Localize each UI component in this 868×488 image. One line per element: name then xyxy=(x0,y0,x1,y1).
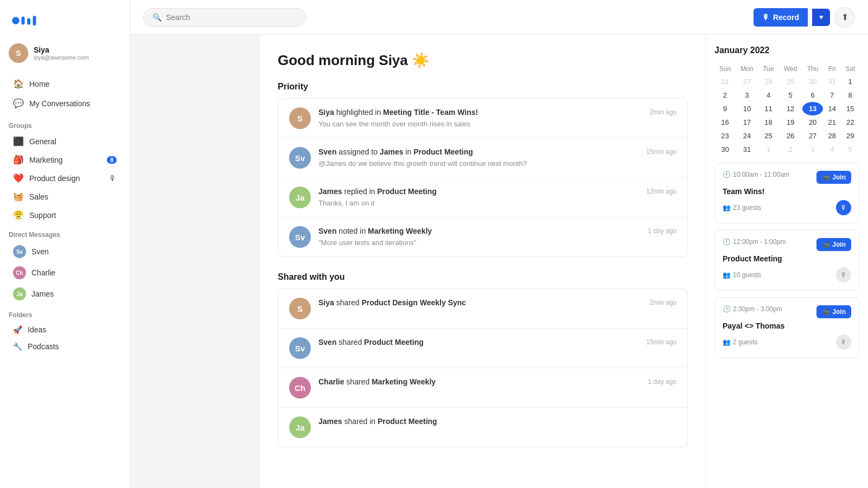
activity-text: Siya highlighted in Meeting Title - Team… xyxy=(318,107,638,118)
shared-item-2[interactable]: Sv Sven shared Product Meeting 15min ago xyxy=(278,329,687,368)
cal-day[interactable]: 8 xyxy=(841,88,859,102)
shared-item-3[interactable]: Ch Charlie shared Marketing Weekly 1 day… xyxy=(278,368,687,408)
calendar: Sun Mon Tue Wed Thu Fri Sat 31 27 28 29 … xyxy=(714,63,859,156)
event-title: Product Meeting xyxy=(723,254,851,263)
cal-header-tue: Tue xyxy=(758,63,778,75)
priority-item-3[interactable]: Ja James replied in Product Meeting Than… xyxy=(278,178,687,217)
sidebar-item-product-design[interactable]: ❤️ Product design 🎙 xyxy=(4,169,125,187)
record-dropdown-button[interactable]: ▼ xyxy=(812,9,830,26)
clock-icon: 🕛 xyxy=(723,238,731,246)
svg-rect-2 xyxy=(27,18,30,25)
activity-text: James replied in Product Meeting xyxy=(318,187,634,197)
record-button[interactable]: 🎙 Record xyxy=(754,8,808,27)
cal-day[interactable]: 2 xyxy=(714,88,736,102)
cal-day[interactable]: 28 xyxy=(758,75,778,88)
join-button-1[interactable]: 📹 Join xyxy=(816,171,851,184)
cal-day[interactable]: 30 xyxy=(802,75,823,88)
cal-day[interactable]: 21 xyxy=(823,115,841,129)
join-button-2[interactable]: 📹 Join xyxy=(816,238,851,251)
cal-day[interactable]: 30 xyxy=(714,143,736,156)
dm-avatar-charlie: Ch xyxy=(13,266,26,279)
cal-day[interactable]: 4 xyxy=(758,88,778,102)
search-input[interactable] xyxy=(166,13,297,22)
priority-item-2[interactable]: Sv Sven assigned to James in Product Mee… xyxy=(278,138,687,178)
cal-day[interactable]: 18 xyxy=(758,115,778,129)
cal-day[interactable]: 28 xyxy=(823,129,841,143)
dm-name: James xyxy=(31,290,54,298)
user-profile[interactable]: S Siya siya@awesome.com xyxy=(0,39,130,72)
cal-day[interactable]: 16 xyxy=(714,115,736,129)
cal-day[interactable]: 1 xyxy=(758,143,778,156)
cal-day[interactable]: 12 xyxy=(778,102,802,115)
cal-day[interactable]: 10 xyxy=(736,102,758,115)
dm-item-james[interactable]: Ja James xyxy=(4,284,125,304)
cal-day[interactable]: 27 xyxy=(802,129,823,143)
cal-day[interactable]: 20 xyxy=(802,115,823,129)
cal-day[interactable]: 5 xyxy=(778,88,802,102)
cal-day[interactable]: 29 xyxy=(778,75,802,88)
activity-text: Sven assigned to James in Product Meetin… xyxy=(318,147,634,158)
mic-button-1[interactable]: 🎙 xyxy=(836,200,851,215)
upload-button[interactable]: ⬆ xyxy=(834,7,855,28)
cal-day[interactable]: 3 xyxy=(802,143,823,156)
sidebar-item-my-conversations[interactable]: 💬 My Conversations xyxy=(4,94,125,113)
priority-card-list: S Siya highlighted in Meeting Title - Te… xyxy=(278,98,688,257)
cal-day[interactable]: 24 xyxy=(736,129,758,143)
cal-day[interactable]: 29 xyxy=(841,129,859,143)
sidebar-item-general[interactable]: ⬛ General xyxy=(4,132,125,150)
cal-day[interactable]: 9 xyxy=(714,102,736,115)
cal-day[interactable]: 19 xyxy=(778,115,802,129)
activity-time: 15min ago xyxy=(646,337,676,346)
cal-day[interactable]: 4 xyxy=(823,143,841,156)
cal-day[interactable]: 22 xyxy=(841,115,859,129)
mic-button-3[interactable]: 🎙 xyxy=(836,335,851,350)
cal-day[interactable]: 11 xyxy=(758,102,778,115)
dm-section: Direct Messages Sv Sven Ch Charlie Ja Ja… xyxy=(0,224,130,305)
cal-day[interactable]: 2 xyxy=(778,143,802,156)
folder-item-podcasts[interactable]: 🔧 Podcasts xyxy=(4,338,125,355)
shared-item-4[interactable]: Ja James shared in Product Meeting xyxy=(278,408,687,447)
cal-day[interactable]: 5 xyxy=(841,143,859,156)
nav-section: 🏠 Home 💬 My Conversations xyxy=(0,72,130,115)
dm-item-sven[interactable]: Sv Sven xyxy=(4,241,125,262)
sidebar-item-marketing[interactable]: 🎒 Marketing 8 xyxy=(4,151,125,169)
cal-day[interactable]: 14 xyxy=(823,102,841,115)
cal-day[interactable]: 7 xyxy=(823,88,841,102)
cal-day[interactable]: 15 xyxy=(841,102,859,115)
cal-day[interactable]: 17 xyxy=(736,115,758,129)
cal-day[interactable]: 31 xyxy=(714,75,736,88)
cal-day[interactable]: 25 xyxy=(758,129,778,143)
sidebar-item-support[interactable]: 😤 Support xyxy=(4,206,125,224)
marketing-icon: 🎒 xyxy=(13,155,24,165)
home-icon: 🏠 xyxy=(13,79,24,89)
svg-point-0 xyxy=(12,17,20,24)
cal-day[interactable]: 31 xyxy=(823,75,841,88)
priority-item-4[interactable]: Sv Sven noted in Marketing Weekly "More … xyxy=(278,217,687,256)
right-panel: January 2022 Sun Mon Tue Wed Thu Fri Sat… xyxy=(705,35,868,488)
priority-item-1[interactable]: S Siya highlighted in Meeting Title - Te… xyxy=(278,99,687,138)
cal-day[interactable]: 1 xyxy=(841,75,859,88)
activity-sub: You can see the month over month rises i… xyxy=(318,120,638,128)
cal-day[interactable]: 6 xyxy=(802,88,823,102)
activity-sub: Thanks, I am on it xyxy=(318,199,634,207)
cal-day[interactable]: 26 xyxy=(778,129,802,143)
priority-section-title: Priority xyxy=(278,82,688,92)
shared-item-1[interactable]: S Siya shared Product Design Weekly Sync… xyxy=(278,289,687,329)
activity-text: Sven noted in Marketing Weekly xyxy=(318,226,636,237)
sidebar-item-home[interactable]: 🏠 Home xyxy=(4,74,125,93)
dm-item-charlie[interactable]: Ch Charlie xyxy=(4,262,125,283)
cal-day-today[interactable]: 13 xyxy=(802,102,823,115)
search-box[interactable]: 🔍 xyxy=(143,8,306,27)
support-icon: 😤 xyxy=(13,210,24,220)
sidebar-item-sales[interactable]: 🧺 Sales xyxy=(4,188,125,206)
mic-button-2[interactable]: 🎙 xyxy=(836,267,851,282)
folder-label: Podcasts xyxy=(28,342,59,351)
cal-day[interactable]: 31 xyxy=(736,143,758,156)
folder-item-ideas[interactable]: 🚀 Ideas xyxy=(4,322,125,338)
join-button-3[interactable]: 📹 Join xyxy=(816,305,851,318)
event-card-2: 🕛 12:00pm - 1:00pm 📹 Join Product Meetin… xyxy=(714,230,859,291)
cal-day[interactable]: 23 xyxy=(714,129,736,143)
cal-day[interactable]: 3 xyxy=(736,88,758,102)
cal-day[interactable]: 27 xyxy=(736,75,758,88)
event-card-3: 🕑 2:30pm - 3:00pm 📹 Join Payal <> Thomas… xyxy=(714,297,859,358)
